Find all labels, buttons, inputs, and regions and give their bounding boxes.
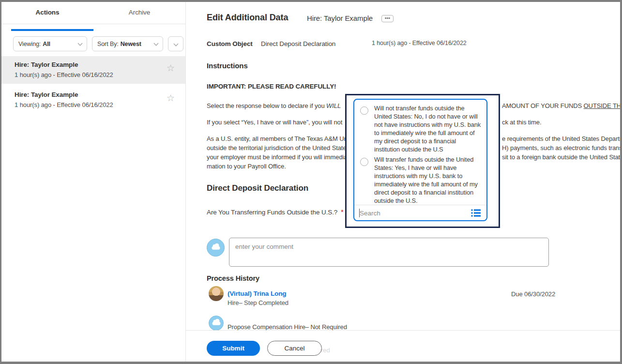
instruction-text-emphasis: WILL — [326, 102, 341, 109]
chevron-down-icon — [154, 41, 159, 46]
system-step-avatar — [209, 316, 224, 331]
sort-by-dropdown[interactable]: Sort By: Newest — [92, 36, 163, 51]
star-icon[interactable]: ☆ — [167, 62, 175, 74]
viewing-value: All — [43, 41, 50, 47]
process-history-heading: Process History — [207, 274, 259, 282]
option-text: Will not transfer funds outside the Unit… — [374, 105, 483, 153]
star-icon[interactable]: ☆ — [167, 92, 175, 104]
inbox-item[interactable]: Hire: Taylor Example 1 hour(s) ago - Eff… — [1, 86, 185, 114]
chevron-down-icon — [78, 41, 83, 46]
viewing-label: Viewing: — [18, 41, 41, 47]
question-text: Are You Transferring Funds Outside the U… — [207, 209, 337, 216]
comment-input[interactable] — [229, 238, 549, 267]
viewing-dropdown[interactable]: Viewing: All — [13, 36, 87, 51]
custom-object-value: Direct Deposit Declaration — [261, 40, 335, 47]
effective-timestamp: 1 hour(s) ago - Effective 06/16/2022 — [372, 40, 467, 46]
radio-button-icon[interactable] — [360, 158, 368, 166]
cloud-icon — [212, 322, 220, 325]
action-footer: pe quired Submit Cancel — [186, 330, 620, 362]
search-input[interactable] — [360, 207, 454, 219]
list-view-icon[interactable] — [471, 209, 481, 217]
instruction-text: ck at this time. — [502, 119, 622, 127]
required-asterisk: * — [341, 208, 343, 216]
instruction-text: mation to your Payroll Office. — [207, 163, 347, 171]
filter-bar: Viewing: All Sort By: Newest — [1, 31, 185, 56]
important-notice: IMPORTANT: PLEASE READ CAREFULLY! — [207, 83, 336, 90]
tab-archive[interactable]: Archive — [93, 2, 185, 24]
custom-object-label: Custom Object — [207, 40, 253, 47]
chevron-down-icon — [173, 42, 178, 46]
sort-by-label: Sort By: — [97, 41, 119, 47]
history-step-status: Hire– Step Completed — [228, 299, 288, 306]
sidebar-tabs: Actions Archive — [1, 2, 185, 24]
instruction-text: Select the response below to declare if … — [207, 102, 347, 110]
instruction-text-underlined: OUTSIDE THE UNITED — [584, 102, 622, 109]
page-subject: Hire: Taylor Example — [307, 14, 373, 22]
radio-button-icon[interactable] — [360, 106, 368, 115]
inbox-item-subtitle: 1 hour(s) ago - Effective 06/16/2022 — [15, 101, 113, 108]
cloud-icon — [212, 246, 220, 250]
instruction-text: As a U.S. entity, all members of The Tex… — [207, 135, 347, 143]
instruction-text: H) payments, such as electronic funds tr… — [502, 144, 622, 152]
inbox-sidebar: Actions Archive Viewing: All Sort By: Ne… — [1, 2, 185, 362]
sidebar-divider — [185, 2, 186, 362]
dropdown-popup: Will not transfer funds outside the Unit… — [353, 99, 487, 221]
instruction-text: sit to a foreign bank outside the United… — [502, 153, 622, 162]
instruction-text: e requirements of the United States Depa… — [502, 135, 622, 143]
declaration-heading: Direct Deposit Declaration — [207, 183, 308, 193]
sort-by-value: Newest — [121, 41, 141, 47]
instructions-heading: Instructions — [207, 61, 248, 70]
inbox-item[interactable]: Hire: Taylor Example 1 hour(s) ago - Eff… — [1, 56, 185, 84]
declaration-question: Are You Transferring Funds Outside the U… — [207, 208, 344, 216]
app-window: Actions Archive Viewing: All Sort By: Ne… — [0, 0, 622, 364]
history-due-date: Due 06/30/2022 — [511, 290, 555, 298]
page-title: Edit Additional Data — [207, 13, 288, 23]
option-text: Will transfer funds outside the United S… — [374, 156, 483, 205]
inbox-item-subtitle: 1 hour(s) ago - Effective 06/16/2022 — [15, 71, 113, 78]
history-person-link[interactable]: (Virtual) Trina Long — [228, 290, 287, 297]
instruction-text: AMOUNT OF YOUR FUNDS OUTSIDE THE UNITED — [502, 102, 622, 110]
history-step-status: Propose Compensation Hire– Not Required — [228, 323, 347, 331]
commenter-avatar — [207, 239, 225, 257]
instruction-text: If you select “Yes, I have or will have”… — [207, 119, 347, 127]
instruction-text: Select the response below to declare if … — [207, 102, 326, 109]
submit-button[interactable]: Submit — [207, 341, 260, 356]
dropdown-search-row — [354, 205, 486, 221]
instruction-text: AMOUNT OF YOUR FUNDS — [502, 102, 584, 109]
more-filters-button[interactable] — [168, 36, 183, 51]
inbox-item-title: Hire: Taylor Example — [15, 91, 78, 98]
tab-actions[interactable]: Actions — [1, 2, 93, 24]
instruction-text: outside the territorial jurisdiction of … — [207, 144, 347, 152]
inbox-item-title: Hire: Taylor Example — [15, 61, 78, 68]
cancel-button[interactable]: Cancel — [267, 341, 322, 356]
related-actions-icon[interactable]: ••• — [381, 15, 394, 22]
avatar-trina-long — [209, 286, 224, 301]
instruction-text: your employer must be informed if you wi… — [207, 153, 347, 162]
